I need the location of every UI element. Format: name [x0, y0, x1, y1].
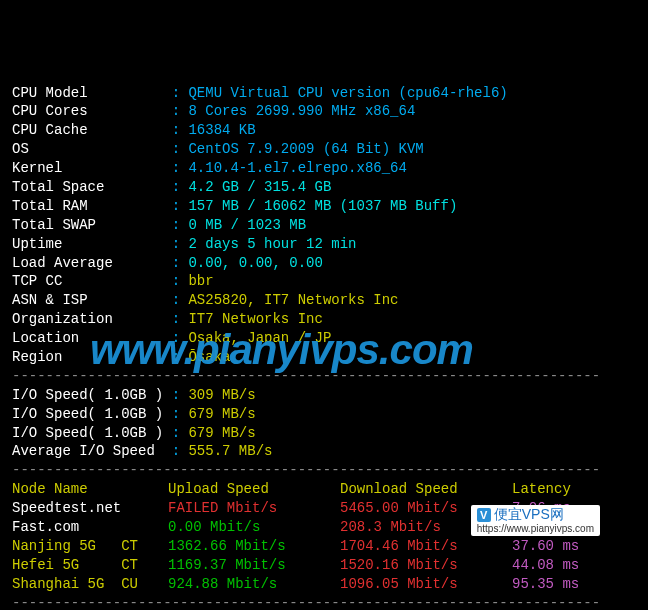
- speed-node: Hefei 5G CT: [12, 556, 168, 575]
- io-value: 679 MB/s: [188, 425, 255, 441]
- io-row: I/O Speed( 1.0GB ) : 309 MB/s: [12, 386, 636, 405]
- info-row: Uptime : 2 days 5 hour 12 min: [12, 235, 636, 254]
- io-value: 555.7 MB/s: [188, 443, 272, 459]
- info-value: 0.00, 0.00, 0.00: [188, 255, 322, 271]
- colon: :: [172, 255, 189, 271]
- info-label: Region: [12, 349, 172, 365]
- divider: ----------------------------------------…: [12, 461, 636, 480]
- info-label: Total RAM: [12, 198, 172, 214]
- speed-upload: 0.00 Mbit/s: [168, 518, 340, 537]
- speed-node: Speedtest.net: [12, 499, 168, 518]
- io-label: I/O Speed( 1.0GB ): [12, 387, 172, 403]
- speed-download: 1520.16 Mbit/s: [340, 556, 512, 575]
- colon: :: [172, 349, 189, 365]
- info-value: 16384 KB: [188, 122, 255, 138]
- info-row: CPU Cache : 16384 KB: [12, 121, 636, 140]
- info-value: bbr: [188, 273, 213, 289]
- io-label: I/O Speed( 1.0GB ): [12, 406, 172, 422]
- info-value: IT7 Networks Inc: [188, 311, 322, 327]
- colon: :: [172, 330, 189, 346]
- colon: :: [172, 311, 189, 327]
- info-value: AS25820, IT7 Networks Inc: [188, 292, 398, 308]
- divider: ----------------------------------------…: [12, 594, 636, 610]
- info-label: Location: [12, 330, 172, 346]
- speed-upload: FAILED Mbit/s: [168, 499, 340, 518]
- divider: ----------------------------------------…: [12, 367, 636, 386]
- info-label: Organization: [12, 311, 172, 327]
- speed-row: Speedtest.net FAILED Mbit/s 5465.00 Mbit…: [12, 499, 636, 518]
- colon: :: [172, 179, 189, 195]
- io-row: I/O Speed( 1.0GB ) : 679 MB/s: [12, 405, 636, 424]
- info-value: 4.2 GB / 315.4 GB: [188, 179, 331, 195]
- colon: :: [172, 122, 189, 138]
- info-value: 4.10.4-1.el7.elrepo.x86_64: [188, 160, 406, 176]
- speed-download: 1096.05 Mbit/s: [340, 575, 512, 594]
- speed-latency: 44.08 ms: [512, 556, 579, 575]
- colon: :: [172, 425, 189, 441]
- colon: :: [172, 103, 189, 119]
- speed-upload: 924.88 Mbit/s: [168, 575, 340, 594]
- colon: :: [172, 198, 189, 214]
- info-label: Uptime: [12, 236, 172, 252]
- colon: :: [172, 406, 189, 422]
- io-row: I/O Speed( 1.0GB ) : 679 MB/s: [12, 424, 636, 443]
- speed-node: Shanghai 5G CU: [12, 575, 168, 594]
- info-value: 2 days 5 hour 12 min: [188, 236, 356, 252]
- info-label: Load Average: [12, 255, 172, 271]
- speed-latency: -: [512, 518, 520, 537]
- io-row: Average I/O Speed : 555.7 MB/s: [12, 442, 636, 461]
- colon: :: [172, 85, 189, 101]
- info-value: 0 MB / 1023 MB: [188, 217, 306, 233]
- info-row: Location : Osaka, Japan / JP: [12, 329, 636, 348]
- speed-latency: 95.35 ms: [512, 575, 579, 594]
- colon: :: [172, 217, 189, 233]
- io-label: I/O Speed( 1.0GB ): [12, 425, 172, 441]
- speed-latency: 7.06 ms: [512, 499, 571, 518]
- info-row: Total RAM : 157 MB / 16062 MB (1037 MB B…: [12, 197, 636, 216]
- info-row: Organization : IT7 Networks Inc: [12, 310, 636, 329]
- speed-row: Nanjing 5G CT 1362.66 Mbit/s 1704.46 Mbi…: [12, 537, 636, 556]
- info-row: Total SWAP : 0 MB / 1023 MB: [12, 216, 636, 235]
- colon: :: [172, 273, 189, 289]
- colon: :: [172, 236, 189, 252]
- info-row: Kernel : 4.10.4-1.el7.elrepo.x86_64: [12, 159, 636, 178]
- info-row: OS : CentOS 7.9.2009 (64 Bit) KVM: [12, 140, 636, 159]
- info-row: CPU Model : QEMU Virtual CPU version (cp…: [12, 84, 636, 103]
- speed-upload: 1362.66 Mbit/s: [168, 537, 340, 556]
- colon: :: [172, 443, 189, 459]
- info-label: CPU Cache: [12, 122, 172, 138]
- info-value: 157 MB / 16062 MB (1037 MB Buff): [188, 198, 457, 214]
- speed-row: Shanghai 5G CU 924.88 Mbit/s 1096.05 Mbi…: [12, 575, 636, 594]
- info-label: Total Space: [12, 179, 172, 195]
- info-label: ASN & ISP: [12, 292, 172, 308]
- colon: :: [172, 292, 189, 308]
- info-label: CPU Cores: [12, 103, 172, 119]
- info-value: Ōsaka: [188, 349, 230, 365]
- speed-node: Nanjing 5G CT: [12, 537, 168, 556]
- speed-download: 5465.00 Mbit/s: [340, 499, 512, 518]
- colon: :: [172, 387, 189, 403]
- io-label: Average I/O Speed: [12, 443, 172, 459]
- info-value: Osaka, Japan / JP: [188, 330, 331, 346]
- info-value: QEMU Virtual CPU version (cpu64-rhel6): [188, 85, 507, 101]
- info-label: Kernel: [12, 160, 172, 176]
- io-value: 309 MB/s: [188, 387, 255, 403]
- info-value: 8 Cores 2699.990 MHz x86_64: [188, 103, 415, 119]
- colon: :: [172, 160, 189, 176]
- speed-download: 1704.46 Mbit/s: [340, 537, 512, 556]
- io-value: 679 MB/s: [188, 406, 255, 422]
- speed-latency: 37.60 ms: [512, 537, 579, 556]
- colon: :: [172, 141, 189, 157]
- info-row: Total Space : 4.2 GB / 315.4 GB: [12, 178, 636, 197]
- info-row: Region : Ōsaka: [12, 348, 636, 367]
- info-row: CPU Cores : 8 Cores 2699.990 MHz x86_64: [12, 102, 636, 121]
- info-row: Load Average : 0.00, 0.00, 0.00: [12, 254, 636, 273]
- info-label: OS: [12, 141, 172, 157]
- speed-row: Hefei 5G CT 1169.37 Mbit/s 1520.16 Mbit/…: [12, 556, 636, 575]
- info-row: TCP CC : bbr: [12, 272, 636, 291]
- speed-download: 208.3 Mbit/s: [340, 518, 512, 537]
- info-row: ASN & ISP : AS25820, IT7 Networks Inc: [12, 291, 636, 310]
- speed-node: Fast.com: [12, 518, 168, 537]
- speed-row: Fast.com 0.00 Mbit/s 208.3 Mbit/s -: [12, 518, 636, 537]
- info-value: CentOS 7.9.2009 (64 Bit) KVM: [188, 141, 423, 157]
